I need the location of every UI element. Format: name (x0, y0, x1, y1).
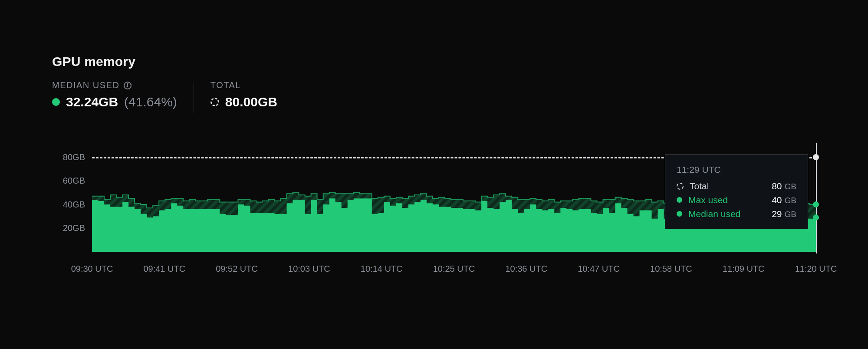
tooltip-total-unit: GB (785, 182, 796, 191)
stat-total-value-row: 80.00GB (210, 95, 277, 109)
tooltip-median-unit: GB (785, 210, 796, 219)
stat-total: TOTAL 80.00GB (210, 80, 277, 109)
x-tick: 10:03 UTC (288, 264, 330, 274)
cursor-dot-max (813, 201, 819, 207)
stat-median-used-label: MEDIAN USED (52, 80, 119, 90)
x-axis: 09:30 UTC09:41 UTC09:52 UTC10:03 UTC10:1… (92, 259, 816, 276)
stat-median-used-label-row: MEDIAN USED (52, 80, 177, 90)
x-tick: 11:20 UTC (795, 264, 837, 274)
tooltip-row-max: Max used 40 GB (677, 195, 796, 205)
x-tick: 10:58 UTC (650, 264, 692, 274)
dashed-circle-icon (677, 183, 684, 190)
plot-region[interactable]: 11:29 UTC Total 80 GB Max used 40 (92, 148, 816, 252)
cursor-dot-total (813, 154, 819, 160)
tooltip-total-label: Total (690, 181, 709, 191)
tooltip-max-value: 40 (772, 195, 782, 205)
stat-separator (194, 83, 194, 113)
tooltip-max-label: Max used (688, 195, 728, 205)
x-tick: 09:30 UTC (71, 264, 113, 274)
tooltip-total-value: 80 (772, 181, 782, 191)
y-tick: 60GB (63, 176, 85, 186)
tooltip-median-value: 29 (772, 209, 782, 219)
x-tick: 10:36 UTC (505, 264, 547, 274)
x-tick: 11:09 UTC (723, 264, 765, 274)
x-tick: 10:25 UTC (433, 264, 475, 274)
stat-median-used-value-row: 32.24GB (41.64%) (52, 95, 177, 109)
stat-median-used-value: 32.24GB (66, 95, 118, 109)
info-icon[interactable] (124, 82, 132, 89)
chart-title: GPU memory (52, 54, 816, 69)
chart-tooltip: 11:29 UTC Total 80 GB Max used 40 (665, 155, 808, 229)
stat-total-label: TOTAL (210, 80, 277, 90)
stat-total-value: 80.00GB (225, 95, 277, 109)
y-tick: 20GB (63, 223, 85, 233)
x-tick: 10:47 UTC (578, 264, 620, 274)
tooltip-median-label: Median used (688, 209, 740, 219)
tooltip-row-total: Total 80 GB (677, 181, 796, 191)
y-tick: 80GB (63, 152, 85, 162)
x-tick: 10:14 UTC (361, 264, 403, 274)
legend-dot-icon (677, 211, 682, 217)
y-axis: 20GB40GB60GB80GB (52, 148, 90, 252)
legend-dot-icon (52, 98, 60, 106)
x-tick: 09:52 UTC (216, 264, 258, 274)
tooltip-time: 11:29 UTC (677, 165, 796, 175)
cursor-dot-median (813, 214, 819, 221)
dashed-circle-icon (210, 98, 219, 106)
tooltip-row-median: Median used 29 GB (677, 209, 796, 219)
tooltip-max-unit: GB (785, 196, 796, 205)
stats-row: MEDIAN USED 32.24GB (41.64%) TOTAL 80.00… (52, 80, 816, 113)
stat-median-used-percent: (41.64%) (124, 95, 177, 109)
y-tick: 40GB (63, 199, 85, 209)
legend-dot-icon (677, 197, 682, 203)
stat-median-used: MEDIAN USED 32.24GB (41.64%) (52, 80, 177, 109)
chart-area[interactable]: 20GB40GB60GB80GB 11:29 UTC Total 80 GB (52, 148, 816, 276)
x-tick: 09:41 UTC (143, 264, 185, 274)
